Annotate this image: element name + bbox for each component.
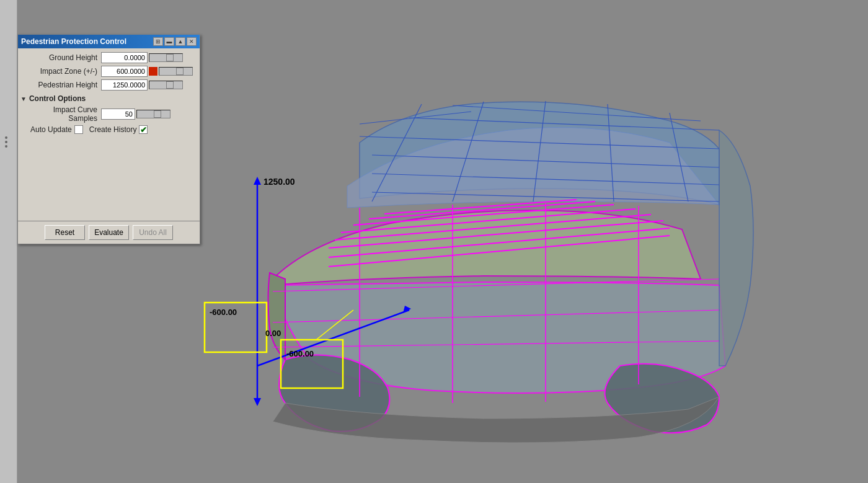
- impact-zone-row: Impact Zone (+/-): [20, 66, 197, 77]
- impact-zone-label: Impact Zone (+/-): [20, 67, 101, 76]
- restore-button[interactable]: ⊞: [153, 37, 163, 46]
- impact-zone-input[interactable]: [101, 66, 148, 77]
- ground-height-row: Ground Height: [20, 52, 197, 63]
- title-buttons: ⊞ ▬ ▲ ✕: [153, 37, 197, 46]
- evaluate-button[interactable]: Evaluate: [89, 225, 129, 240]
- svg-text:-600.00: -600.00: [286, 349, 314, 358]
- ground-height-input[interactable]: [101, 52, 148, 63]
- impact-curve-samples-label: Impact Curve Samples: [30, 105, 101, 123]
- ground-height-label: Ground Height: [20, 53, 101, 62]
- ground-height-slider[interactable]: [149, 53, 183, 62]
- spacer: [20, 136, 197, 217]
- pedestrian-protection-dialog: Pedestrian Protection Control ⊞ ▬ ▲ ✕ Gr…: [17, 34, 200, 244]
- impact-curve-samples-input[interactable]: [101, 109, 135, 120]
- auto-update-checkbox[interactable]: [74, 125, 83, 134]
- svg-text:-600.00: -600.00: [210, 308, 237, 317]
- control-options-header[interactable]: ▼ Control Options: [20, 94, 197, 103]
- impact-curve-samples-slider[interactable]: [136, 110, 170, 118]
- left-panel-strip: [0, 0, 17, 483]
- create-history-checkbox[interactable]: ✔: [139, 125, 148, 134]
- pedestrian-height-input[interactable]: [101, 79, 148, 91]
- dialog-title: Pedestrian Protection Control: [21, 37, 126, 46]
- auto-update-create-history-row: Auto Update Create History ✔: [20, 125, 197, 134]
- dialog-titlebar: Pedestrian Protection Control ⊞ ▬ ▲ ✕: [18, 35, 200, 48]
- pedestrian-height-slider[interactable]: [149, 81, 183, 89]
- pedestrian-height-row: Pedestrian Height: [20, 79, 197, 91]
- checkmark-icon: ✔: [140, 125, 147, 135]
- create-history-label: Create History: [89, 125, 137, 134]
- pedestrian-height-label: Pedestrian Height: [20, 81, 101, 89]
- auto-update-label: Auto Update: [30, 125, 72, 134]
- reset-button[interactable]: Reset: [45, 225, 85, 240]
- maximize-button[interactable]: ▬: [164, 37, 174, 46]
- viewport: 1250.00 -600.00 -600.00 0.00 Pedestrian …: [0, 0, 868, 483]
- impact-curve-samples-row: Impact Curve Samples: [20, 105, 197, 123]
- dialog-body: Ground Height Impact Zone (+/-) Pedestri…: [18, 48, 200, 221]
- close-button[interactable]: ✕: [187, 37, 197, 46]
- dialog-buttons: Reset Evaluate Undo All: [18, 221, 200, 244]
- svg-text:1250.00: 1250.00: [264, 177, 295, 187]
- svg-text:0.00: 0.00: [265, 329, 281, 338]
- impact-zone-slider[interactable]: [159, 67, 193, 76]
- section-arrow-icon: ▼: [20, 95, 27, 102]
- control-options-title: Control Options: [29, 94, 86, 103]
- impact-zone-indicator: [149, 67, 157, 76]
- minimize-button[interactable]: ▲: [175, 37, 185, 46]
- undo-all-button[interactable]: Undo All: [133, 225, 173, 240]
